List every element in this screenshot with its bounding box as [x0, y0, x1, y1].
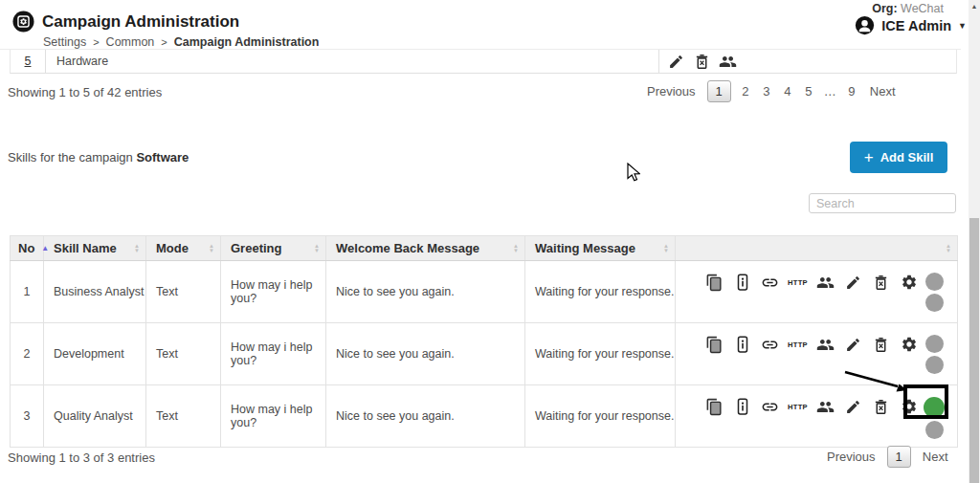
- edit-icon[interactable]: [663, 52, 689, 71]
- campaign-name: Software: [136, 150, 189, 165]
- status-toggle-top[interactable]: [925, 273, 944, 291]
- pagination-page-3[interactable]: 3: [756, 84, 777, 99]
- sort-icon: ▲▼: [209, 244, 214, 253]
- pagination-page-4[interactable]: 4: [777, 84, 798, 99]
- status-toggle-bottom[interactable]: [925, 421, 944, 439]
- edit-icon[interactable]: [839, 273, 867, 292]
- search-input[interactable]: [809, 193, 956, 213]
- cell-actions: HTTP: [676, 323, 958, 385]
- sort-icon: ▲▼: [946, 244, 951, 253]
- pagination-page-1[interactable]: 1: [887, 446, 911, 468]
- column-header-greeting-label: Greeting: [231, 241, 281, 255]
- column-header-no-label: No: [18, 241, 34, 255]
- breadcrumb-separator-icon: >: [93, 36, 99, 48]
- copy-icon[interactable]: [701, 273, 728, 292]
- breadcrumb-settings[interactable]: Settings: [43, 35, 86, 49]
- team-icon[interactable]: [812, 397, 839, 416]
- link-icon[interactable]: [756, 397, 784, 416]
- settings-icon[interactable]: [895, 273, 923, 292]
- campaign-row-name-cell: Hardware: [46, 50, 659, 73]
- info-icon[interactable]: [728, 335, 756, 354]
- plus-icon: +: [864, 149, 874, 165]
- pagination-previous-button[interactable]: Previous: [639, 84, 703, 99]
- edit-icon[interactable]: [839, 397, 867, 416]
- status-toggles: [923, 335, 946, 374]
- pagination-next-button[interactable]: Next: [862, 84, 903, 99]
- cell-welcome-back: Nice to see you again.: [326, 261, 525, 323]
- column-header-greeting[interactable]: Greeting▲▼: [221, 236, 326, 261]
- add-skill-label: Add Skill: [880, 150, 934, 165]
- campaign-row-number-link[interactable]: 5: [25, 55, 32, 68]
- skills-table-header-row: No▲ Skill Name▲▼ Mode▲▼ Greeting▲▼ Welco…: [11, 236, 958, 261]
- copy-icon[interactable]: [701, 335, 728, 354]
- column-header-skill-name[interactable]: Skill Name▲▼: [44, 236, 146, 261]
- pagination-ellipsis: …: [819, 84, 841, 99]
- http-icon[interactable]: HTTP: [784, 335, 812, 354]
- link-icon[interactable]: [756, 335, 784, 354]
- http-icon[interactable]: HTTP: [784, 273, 812, 292]
- column-header-actions[interactable]: ▲▼: [676, 236, 958, 261]
- cell-mode: Text: [146, 261, 221, 323]
- cell-no: 1: [11, 261, 44, 323]
- table-row: 1 Business Analyst Text How may i help y…: [11, 261, 958, 323]
- campaign-row-number-cell: 5: [11, 50, 46, 73]
- status-toggle-top[interactable]: [924, 397, 945, 418]
- sort-icon: ▲▼: [513, 244, 519, 253]
- chevron-down-icon[interactable]: ▼: [958, 21, 967, 31]
- campaigns-entries-summary: Showing 1 to 5 of 42 entries: [8, 85, 162, 99]
- column-header-skill-label: Skill Name: [54, 241, 117, 255]
- delete-icon[interactable]: [867, 273, 895, 292]
- column-header-no[interactable]: No▲: [11, 236, 44, 261]
- delete-icon[interactable]: [689, 52, 715, 71]
- delete-icon[interactable]: [867, 397, 895, 416]
- cell-greeting: How may i help you?: [221, 261, 326, 323]
- cell-skill-name: Business Analyst: [44, 261, 146, 323]
- status-toggle-bottom[interactable]: [925, 356, 944, 374]
- delete-icon[interactable]: [867, 335, 895, 354]
- scroll-up-icon[interactable]: ▲: [969, 3, 980, 10]
- settings-icon[interactable]: [895, 335, 923, 354]
- vertical-scrollbar[interactable]: ▲: [969, 0, 980, 483]
- status-toggles: [923, 273, 946, 312]
- column-header-mode[interactable]: Mode▲▼: [146, 236, 221, 261]
- team-icon[interactable]: [715, 52, 741, 71]
- pagination-page-1[interactable]: 1: [707, 80, 731, 102]
- scrollbar-thumb[interactable]: [969, 218, 979, 483]
- app-header: Campaign Administration Settings > Commo…: [0, 0, 961, 50]
- breadcrumb-common[interactable]: Common: [106, 35, 155, 49]
- copy-icon[interactable]: [701, 397, 728, 416]
- column-header-welcome-back[interactable]: Welcome Back Message▲▼: [326, 236, 525, 261]
- add-skill-button[interactable]: + Add Skill: [850, 142, 947, 173]
- cell-welcome-back: Nice to see you again.: [326, 323, 525, 385]
- org-label: Org:: [872, 2, 897, 15]
- skills-table: No▲ Skill Name▲▼ Mode▲▼ Greeting▲▼ Welco…: [10, 235, 958, 448]
- pagination-next-button[interactable]: Next: [915, 450, 956, 464]
- cell-no: 3: [11, 385, 44, 448]
- cell-skill-name: Quality Analyst: [44, 385, 146, 448]
- info-icon[interactable]: [728, 273, 756, 292]
- app-logo-gear-icon: [12, 11, 34, 33]
- breadcrumb: Settings > Common > Campaign Administrat…: [43, 35, 319, 49]
- pagination-page-5[interactable]: 5: [798, 84, 819, 99]
- column-header-waiting[interactable]: Waiting Message▲▼: [525, 236, 676, 261]
- skills-search: [809, 193, 956, 213]
- pagination-page-2[interactable]: 2: [735, 84, 756, 99]
- cell-waiting: Waiting for your response.: [525, 261, 676, 323]
- cell-no: 2: [11, 323, 44, 385]
- cell-actions: HTTP: [676, 261, 958, 323]
- info-icon[interactable]: [728, 397, 756, 416]
- link-icon[interactable]: [756, 273, 784, 292]
- column-header-welcome-label: Welcome Back Message: [336, 241, 479, 255]
- pagination-previous-button[interactable]: Previous: [819, 450, 883, 464]
- status-toggle-top[interactable]: [925, 335, 944, 353]
- sort-icon: ▲▼: [314, 244, 320, 253]
- http-icon[interactable]: HTTP: [784, 397, 812, 416]
- user-menu[interactable]: ICE Admin ▼: [855, 15, 967, 35]
- team-icon[interactable]: [812, 273, 839, 292]
- edit-icon[interactable]: [839, 335, 867, 354]
- breadcrumb-separator-icon: >: [161, 36, 167, 48]
- settings-icon[interactable]: [895, 397, 923, 416]
- pagination-page-9[interactable]: 9: [841, 84, 862, 99]
- team-icon[interactable]: [812, 335, 839, 354]
- status-toggle-bottom[interactable]: [925, 294, 944, 312]
